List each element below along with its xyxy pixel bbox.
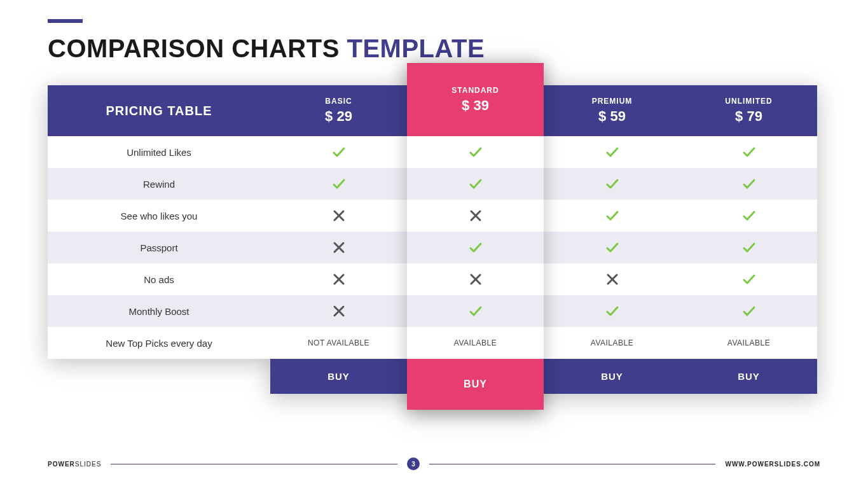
title-part-2: TEMPLATE [347, 34, 485, 62]
feature-label: Unlimited Likes [48, 136, 270, 168]
check-icon [605, 208, 620, 223]
check-icon [741, 303, 757, 319]
feature-cell [270, 295, 407, 327]
availability-text: AVAILABLE [591, 338, 633, 347]
plan-name: BASIC [325, 97, 352, 106]
check-icon [468, 240, 483, 255]
buy-button-basic[interactable]: BUY [270, 359, 407, 394]
availability-text: AVAILABLE [454, 338, 497, 347]
feature-cell [270, 168, 407, 200]
accent-bar [48, 19, 83, 23]
feature-cell [544, 295, 680, 327]
plan-price: $ 29 [325, 108, 352, 125]
check-icon [741, 272, 757, 287]
check-icon [741, 208, 757, 223]
plan-price: $ 59 [598, 108, 626, 125]
buy-button-unlimited[interactable]: BUY [680, 359, 817, 394]
cross-icon [331, 272, 347, 287]
feature-label: Monthly Boost [48, 295, 270, 327]
feature-cell [407, 295, 544, 327]
cross-icon [331, 208, 347, 223]
feature-cell [270, 136, 407, 168]
footer-line-right [429, 464, 716, 464]
feature-cell [407, 232, 544, 263]
check-icon [468, 176, 483, 192]
check-icon [605, 144, 620, 160]
buy-row-spacer [48, 359, 270, 391]
availability-text: NOT AVAILABLE [308, 338, 369, 347]
feature-cell [544, 263, 680, 295]
feature-cell [544, 232, 680, 263]
feature-label: Rewind [48, 168, 270, 200]
feature-cell [680, 168, 817, 200]
feature-cell [270, 200, 407, 232]
plan-name: UNLIMITED [725, 97, 772, 106]
plan-header-standard: STANDARD$ 39 [407, 85, 544, 136]
page-number-badge: 3 [407, 457, 420, 470]
cross-icon [468, 208, 483, 223]
feature-cell [680, 232, 817, 263]
plan-header-unlimited: UNLIMITED$ 79 [680, 85, 817, 136]
feature-cell [270, 232, 407, 263]
slide-footer: POWERSLIDES 3 WWW.POWERSLIDES.COM [48, 457, 820, 470]
feature-cell [407, 168, 544, 200]
check-icon [605, 240, 620, 255]
cross-icon [331, 303, 347, 319]
feature-cell [680, 295, 817, 327]
feature-cell [544, 168, 680, 200]
table-heading: PRICING TABLE [48, 85, 270, 136]
check-icon [468, 303, 483, 319]
check-icon [741, 144, 757, 160]
buy-button-standard[interactable]: BUY [407, 359, 544, 394]
plan-header-premium: PREMIUM$ 59 [544, 85, 680, 136]
feature-cell: AVAILABLE [544, 327, 680, 359]
feature-cell: AVAILABLE [680, 327, 817, 359]
footer-line-left [111, 464, 397, 464]
check-icon [331, 144, 347, 160]
feature-cell [544, 200, 680, 232]
check-icon [468, 144, 483, 160]
check-icon [741, 240, 757, 255]
feature-cell [407, 200, 544, 232]
feature-cell: AVAILABLE [407, 327, 544, 359]
cross-icon [468, 272, 483, 287]
feature-cell [407, 136, 544, 168]
feature-cell [680, 136, 817, 168]
plan-name: STANDARD [451, 97, 499, 106]
availability-text: AVAILABLE [727, 338, 770, 347]
brand-bold: POWER [48, 461, 75, 468]
feature-cell [407, 263, 544, 295]
pricing-table: PRICING TABLEBASIC$ 29STANDARD$ 39PREMIU… [48, 85, 820, 394]
plan-header-basic: BASIC$ 29 [270, 85, 407, 136]
page-title: COMPARISON CHARTS TEMPLATE [48, 34, 820, 63]
feature-cell [544, 136, 680, 168]
plan-price: $ 79 [735, 108, 762, 125]
feature-cell [680, 263, 817, 295]
brand-left: POWERSLIDES [48, 461, 101, 468]
feature-label: Passport [48, 232, 270, 263]
plan-price: $ 39 [462, 108, 489, 125]
feature-label: New Top Picks every day [48, 327, 270, 359]
buy-button-premium[interactable]: BUY [544, 359, 680, 394]
check-icon [605, 303, 620, 319]
plan-name: PREMIUM [592, 97, 633, 106]
feature-cell: NOT AVAILABLE [270, 327, 407, 359]
title-part-1: COMPARISON CHARTS [48, 34, 340, 62]
check-icon [605, 176, 620, 192]
feature-cell [680, 200, 817, 232]
cross-icon [331, 240, 347, 255]
check-icon [741, 176, 757, 192]
cross-icon [605, 272, 620, 287]
feature-label: No ads [48, 263, 270, 295]
check-icon [331, 176, 347, 192]
feature-cell [270, 263, 407, 295]
feature-label: See who likes you [48, 200, 270, 232]
brand-light: SLIDES [75, 461, 102, 468]
footer-url: WWW.POWERSLIDES.COM [725, 461, 820, 468]
